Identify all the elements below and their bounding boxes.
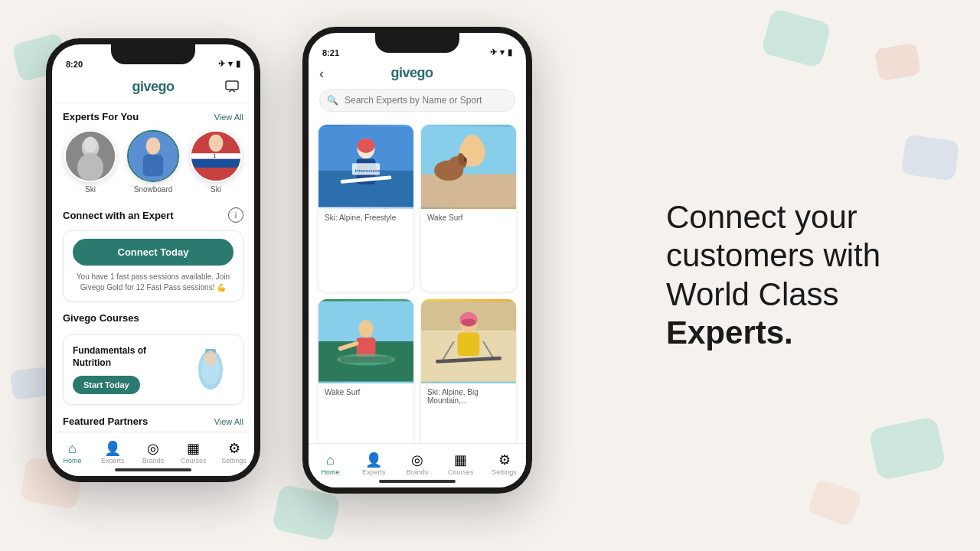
home-indicator-1 xyxy=(115,468,191,471)
bg-shape-4 xyxy=(868,416,946,481)
svg-rect-0 xyxy=(226,81,238,90)
bg-shape-2 xyxy=(874,43,921,82)
partners-title: Featured Partners xyxy=(63,416,148,427)
phone-2: 8:21 ✈ ▾ ▮ ‹ givego 🔍 xyxy=(302,27,532,494)
brands-nav-icon-1: ◎ xyxy=(147,442,159,455)
tagline-line1: Connect your xyxy=(666,198,934,236)
expert-sport-2: Snowboard xyxy=(134,185,173,194)
courses-section: Fundamentals of Nutrition Start Today xyxy=(52,328,254,408)
nav-settings-label-1: Settings xyxy=(221,457,247,465)
expert-card-info-3: Wake Surf xyxy=(318,383,413,403)
settings-nav-icon-1: ⚙ xyxy=(228,442,240,455)
experts-grid: Intermountain Ski: Alpine, Freestyle xyxy=(309,118,526,481)
course-card: Fundamentals of Nutrition Start Today xyxy=(63,334,243,405)
search-header: 🔍 xyxy=(309,84,526,118)
svg-text:Intermountain: Intermountain xyxy=(355,168,385,173)
phone-1: 8:20 ✈ ▾ ▮ givego Experts For You View A… xyxy=(46,38,260,482)
nav-courses-1[interactable]: ▦ Courses xyxy=(173,442,214,465)
nav-brands-2[interactable]: ◎ Brands xyxy=(396,453,439,476)
tagline-line2: customers with xyxy=(666,237,934,276)
expert-card-2[interactable]: Wake Surf xyxy=(420,124,517,292)
svg-rect-7 xyxy=(143,155,163,176)
status-time-1: 8:20 xyxy=(66,60,83,69)
nav-settings-2[interactable]: ⚙ Settings xyxy=(482,453,526,476)
expert-card-sport-2: Wake Surf xyxy=(427,214,510,222)
tagline-text-1: Connect your xyxy=(666,199,858,235)
bg-shape-1 xyxy=(761,8,832,69)
wifi-icon-2: ▾ xyxy=(500,47,505,57)
svg-point-6 xyxy=(146,138,161,155)
expert-card-sport-3: Wake Surf xyxy=(325,388,407,396)
svg-point-31 xyxy=(462,135,482,155)
expert-card-img-4 xyxy=(421,299,516,383)
brands-nav-icon-2: ◎ xyxy=(411,453,423,467)
partners-header: Featured Partners View All xyxy=(52,408,254,432)
search-icon: 🔍 xyxy=(327,95,338,106)
nav-brands-label-2: Brands xyxy=(407,468,429,476)
search-container: 🔍 xyxy=(319,89,515,112)
expert-card-img-3 xyxy=(318,299,413,383)
back-button[interactable]: ‹ xyxy=(319,67,324,80)
expert-item-3[interactable]: 1 Ski xyxy=(190,130,242,194)
search-input[interactable] xyxy=(319,89,515,112)
battery-icon-2: ▮ xyxy=(508,47,512,57)
nav-settings-1[interactable]: ⚙ Settings xyxy=(214,442,254,465)
expert-card-sport-1: Ski: Alpine, Freestyle xyxy=(325,214,407,222)
nav-home-label-1: Home xyxy=(63,457,81,465)
course-title: Fundamentals of Nutrition xyxy=(73,345,180,369)
svg-rect-29 xyxy=(421,174,516,207)
experts-section-title: Experts For You xyxy=(63,111,139,122)
svg-point-12 xyxy=(209,135,224,152)
expert-avatar-3: 1 xyxy=(190,130,242,182)
nav-home-1[interactable]: ⌂ Home xyxy=(52,442,93,465)
start-today-button[interactable]: Start Today xyxy=(73,376,140,394)
experts-view-all[interactable]: View All xyxy=(214,112,243,122)
experts-for-you-header: Experts For You View All xyxy=(52,103,254,127)
expert-card-img-1: Intermountain xyxy=(318,125,413,209)
svg-point-4 xyxy=(84,137,97,153)
airplane-icon-2: ✈ xyxy=(490,47,497,57)
status-icons-1: ✈ ▾ ▮ xyxy=(218,59,240,69)
connect-title: Connect with an Expert xyxy=(63,210,173,221)
svg-point-39 xyxy=(358,320,373,337)
expert-card-img-2 xyxy=(421,125,516,209)
expert-card-sport-4: Ski: Alpine, Big Mountain,... xyxy=(427,388,510,405)
nav-brands-1[interactable]: ◎ Brands xyxy=(133,442,174,465)
tagline-text-3a: World Class xyxy=(666,276,839,312)
svg-rect-11 xyxy=(191,159,240,168)
connect-info-text: You have 1 fast pass sessions available.… xyxy=(73,272,234,293)
expert-item-1[interactable]: Ski xyxy=(64,130,116,194)
tagline-text-2: customers with xyxy=(666,238,880,274)
bg-shape-3 xyxy=(901,134,960,181)
expert-card-info-4: Ski: Alpine, Big Mountain,... xyxy=(421,383,516,411)
nav-experts-1[interactable]: 👤 Experts xyxy=(93,442,133,465)
partners-view-all[interactable]: View All xyxy=(214,417,243,426)
courses-nav-icon-2: ▦ xyxy=(454,453,467,467)
connect-box: Connect Today You have 1 fast pass sessi… xyxy=(63,230,243,302)
bg-shape-5 xyxy=(807,478,862,527)
home-nav-icon-1: ⌂ xyxy=(68,442,77,455)
phone-notch-2 xyxy=(375,33,459,53)
expert-photo-1 xyxy=(66,132,115,181)
svg-point-19 xyxy=(204,350,217,366)
nav-home-2[interactable]: ⌂ Home xyxy=(309,453,352,476)
nav-experts-2[interactable]: 👤 Experts xyxy=(352,453,396,476)
connect-today-button[interactable]: Connect Today xyxy=(73,239,234,266)
expert-avatar-2 xyxy=(127,130,179,182)
settings-nav-icon-2: ⚙ xyxy=(498,453,511,467)
experts-nav-icon-1: 👤 xyxy=(104,442,121,455)
expert-item-2[interactable]: Snowboard xyxy=(127,130,179,194)
status-icons-2: ✈ ▾ ▮ xyxy=(490,47,512,57)
connect-header: Connect with an Expert i xyxy=(52,200,254,227)
nav-brands-label-1: Brands xyxy=(142,457,165,465)
expert-card-1[interactable]: Intermountain Ski: Alpine, Freestyle xyxy=(318,124,414,292)
course-image xyxy=(188,343,234,396)
app-header-1: givego xyxy=(52,72,254,103)
svg-rect-48 xyxy=(458,332,480,356)
svg-point-43 xyxy=(337,354,395,365)
nav-courses-2[interactable]: ▦ Courses xyxy=(439,453,482,476)
message-icon[interactable] xyxy=(222,77,242,96)
nav-courses-label-1: Courses xyxy=(181,457,207,465)
info-icon[interactable]: i xyxy=(228,207,243,223)
battery-icon: ▮ xyxy=(236,59,240,69)
